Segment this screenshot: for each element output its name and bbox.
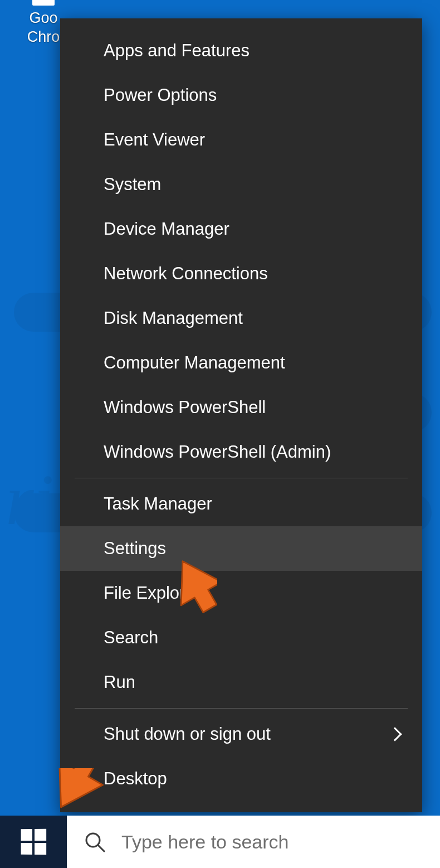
menu-label: File Explorer <box>104 583 201 603</box>
taskbar-search[interactable]: Type here to search <box>67 816 440 868</box>
menu-computer-management[interactable]: Computer Management <box>60 341 422 385</box>
menu-label: Search <box>104 628 158 648</box>
menu-disk-management[interactable]: Disk Management <box>60 296 422 341</box>
menu-label: Event Viewer <box>104 130 205 150</box>
menu-task-manager[interactable]: Task Manager <box>60 482 422 526</box>
menu-apps-and-features[interactable]: Apps and Features <box>60 28 422 73</box>
search-placeholder: Type here to search <box>121 831 289 853</box>
menu-separator <box>75 478 408 478</box>
menu-label: Computer Management <box>104 353 285 373</box>
menu-separator <box>75 708 408 709</box>
menu-system[interactable]: System <box>60 162 422 207</box>
menu-shut-down-or-sign-out[interactable]: Shut down or sign out <box>60 712 422 757</box>
menu-search[interactable]: Search <box>60 615 422 660</box>
menu-file-explorer[interactable]: File Explorer <box>60 571 422 615</box>
menu-label: Windows PowerShell <box>104 397 266 418</box>
menu-label: Run <box>104 672 135 692</box>
menu-label: System <box>104 174 161 195</box>
menu-event-viewer[interactable]: Event Viewer <box>60 118 422 162</box>
menu-label: Disk Management <box>104 308 243 328</box>
menu-label: Windows PowerShell (Admin) <box>104 442 331 462</box>
menu-device-manager[interactable]: Device Manager <box>60 207 422 251</box>
menu-label: Task Manager <box>104 494 212 514</box>
windows-logo-icon <box>21 829 47 855</box>
menu-settings[interactable]: Settings <box>60 526 422 571</box>
menu-label: Device Manager <box>104 219 229 239</box>
menu-label: Shut down or sign out <box>104 724 271 744</box>
menu-label: Apps and Features <box>104 41 250 61</box>
menu-label: Settings <box>104 539 166 559</box>
menu-label: Desktop <box>104 769 167 789</box>
winx-context-menu: Apps and Features Power Options Event Vi… <box>60 18 422 812</box>
menu-network-connections[interactable]: Network Connections <box>60 251 422 296</box>
svg-line-2 <box>98 845 104 851</box>
menu-run[interactable]: Run <box>60 660 422 705</box>
menu-label: Network Connections <box>104 264 268 284</box>
chevron-right-icon <box>388 727 402 741</box>
menu-desktop[interactable]: Desktop <box>60 757 422 801</box>
taskbar: Type here to search <box>0 816 440 868</box>
menu-label: Power Options <box>104 85 217 105</box>
start-button[interactable] <box>0 816 67 868</box>
menu-windows-powershell-admin[interactable]: Windows PowerShell (Admin) <box>60 430 422 474</box>
chrome-icon <box>32 0 55 6</box>
menu-power-options[interactable]: Power Options <box>60 73 422 118</box>
menu-windows-powershell[interactable]: Windows PowerShell <box>60 385 422 430</box>
search-icon <box>84 831 106 853</box>
